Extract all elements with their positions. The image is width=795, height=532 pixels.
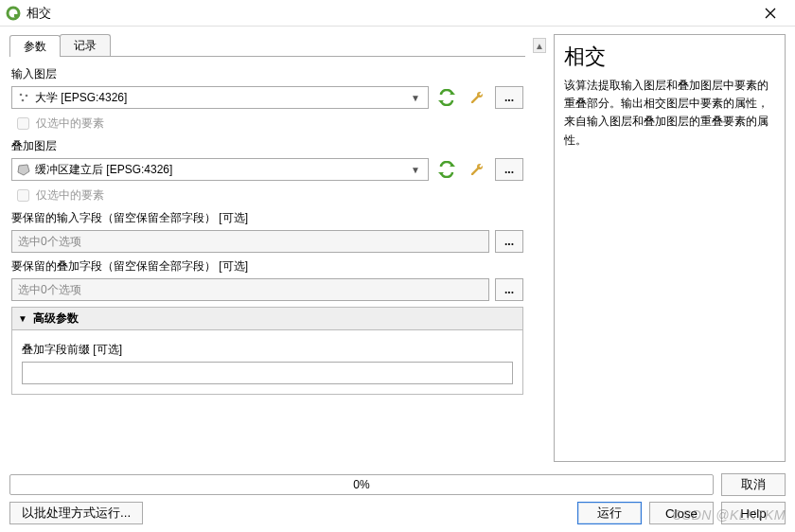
tab-log-label: 记录: [74, 39, 97, 52]
input-layer-row: 大学 [EPSG:4326] ▼ ...: [11, 86, 523, 109]
overlay-prefix-label: 叠加字段前缀 [可选]: [22, 342, 513, 358]
keep-input-fields-row: 选中0个选项 ...: [11, 230, 523, 253]
only-selected-input-label: 仅选中的要素: [36, 115, 104, 132]
polygon-layer-icon: [16, 162, 31, 177]
scroll-up-arrow[interactable]: ▲: [533, 38, 546, 53]
only-selected-overlay-checkbox: [17, 189, 29, 202]
advanced-body: 叠加字段前缀 [可选]: [11, 330, 523, 395]
svg-point-5: [26, 95, 28, 98]
cancel-button[interactable]: 取消: [721, 473, 786, 496]
svg-point-6: [22, 99, 25, 102]
left-column: 参数 记录 输入图层 大学 [EPSG:4326] ▼: [9, 34, 525, 462]
dropdown-caret-icon: ▼: [407, 93, 424, 103]
run-button[interactable]: 运行: [577, 502, 642, 524]
bottom-bar: 0% 取消 以批处理方式运行... 运行 Close Help: [0, 470, 795, 532]
advanced-header[interactable]: ▼ 高级参数: [11, 307, 523, 330]
main-content: 参数 记录 输入图层 大学 [EPSG:4326] ▼: [0, 27, 795, 466]
params-panel: 输入图层 大学 [EPSG:4326] ▼: [9, 57, 525, 462]
help-title: 相交: [564, 43, 775, 71]
iterate-button-overlay[interactable]: [434, 158, 459, 181]
input-layer-label: 输入图层: [11, 66, 523, 82]
right-column: 相交 该算法提取输入图层和叠加图层中要素的重叠部分。输出相交图层中要素的属性，来…: [554, 34, 786, 462]
titlebar: 相交: [0, 0, 795, 27]
overlay-layer-row: 缓冲区建立后 [EPSG:4326] ▼ ...: [11, 158, 523, 181]
tab-params-label: 参数: [24, 40, 46, 53]
overlay-prefix-input[interactable]: [22, 362, 513, 384]
tabs: 参数 记录: [9, 34, 525, 57]
overlay-layer-select[interactable]: 缓冲区建立后 [EPSG:4326] ▼: [11, 158, 429, 181]
settings-button-overlay[interactable]: [465, 158, 489, 181]
keep-overlay-fields-label: 要保留的叠加字段（留空保留全部字段） [可选]: [11, 258, 523, 275]
close-icon: [765, 8, 776, 19]
advanced-label: 高级参数: [33, 310, 79, 327]
iterate-icon: [437, 161, 456, 178]
point-layer-icon: [16, 90, 31, 105]
tab-params[interactable]: 参数: [9, 35, 61, 57]
input-layer-select[interactable]: 大学 [EPSG:4326] ▼: [11, 86, 429, 109]
keep-overlay-fields-display: 选中0个选项: [11, 278, 489, 301]
keep-input-fields-label: 要保留的输入字段（留空保留全部字段） [可选]: [11, 210, 523, 226]
help-panel: 相交 该算法提取输入图层和叠加图层中要素的重叠部分。输出相交图层中要素的属性，来…: [554, 34, 786, 462]
only-selected-input: 仅选中的要素: [13, 115, 523, 133]
keep-input-fields-display: 选中0个选项: [11, 230, 489, 253]
settings-button-input[interactable]: [465, 86, 489, 109]
tab-log[interactable]: 记录: [60, 34, 111, 56]
progress-row: 0% 取消: [9, 473, 786, 496]
progressbar: 0%: [9, 474, 714, 495]
svg-rect-1: [14, 14, 19, 17]
svg-point-4: [20, 94, 23, 97]
help-button[interactable]: Help: [721, 502, 786, 524]
close-dialog-button[interactable]: Close: [649, 502, 714, 524]
overlay-layer-label: 叠加图层: [11, 138, 523, 154]
iterate-icon: [437, 89, 456, 106]
dropdown-caret-icon: ▼: [407, 165, 424, 175]
triangle-down-icon: ▼: [18, 313, 27, 324]
button-row: 以批处理方式运行... 运行 Close Help: [9, 502, 786, 524]
only-selected-input-checkbox: [17, 117, 29, 130]
more-overlay-btn[interactable]: ...: [495, 158, 523, 181]
overlay-layer-text: 缓冲区建立后 [EPSG:4326]: [35, 162, 407, 178]
batch-button[interactable]: 以批处理方式运行...: [9, 502, 143, 524]
keep-overlay-fields-row: 选中0个选项 ...: [11, 278, 523, 301]
only-selected-overlay-label: 仅选中的要素: [36, 187, 104, 204]
help-body: 该算法提取输入图层和叠加图层中要素的重叠部分。输出相交图层中要素的属性，来自输入…: [564, 77, 775, 150]
close-button[interactable]: [751, 0, 789, 27]
more-input-btn[interactable]: ...: [495, 86, 523, 109]
only-selected-overlay: 仅选中的要素: [13, 186, 523, 204]
keep-overlay-fields-btn[interactable]: ...: [495, 278, 523, 301]
iterate-button[interactable]: [434, 86, 459, 109]
keep-input-fields-btn[interactable]: ...: [495, 230, 523, 253]
input-layer-text: 大学 [EPSG:4326]: [35, 90, 407, 106]
wrench-icon: [468, 161, 486, 178]
qgis-icon: [6, 6, 21, 21]
progress-text: 0%: [353, 478, 369, 491]
window-title: 相交: [26, 5, 751, 22]
wrench-icon: [468, 89, 486, 106]
svg-point-0: [8, 8, 19, 19]
